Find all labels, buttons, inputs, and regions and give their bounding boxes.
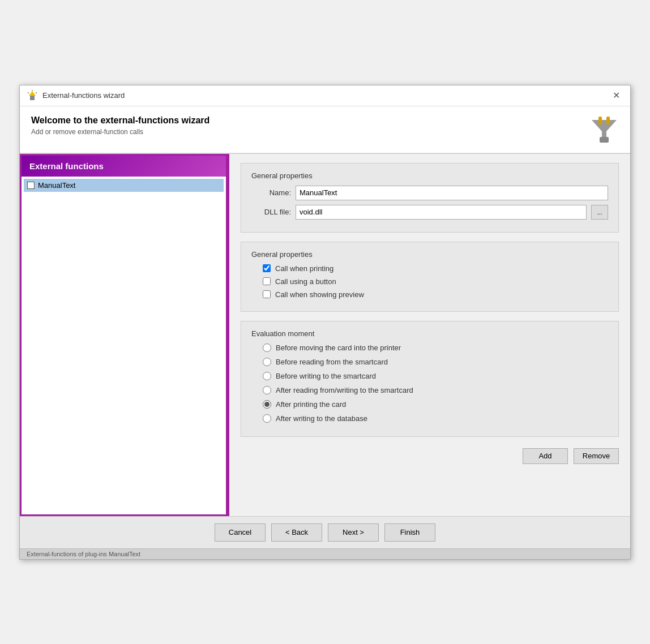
svg-rect-8 bbox=[600, 137, 609, 143]
remove-button[interactable]: Remove bbox=[574, 448, 619, 464]
svg-rect-6 bbox=[598, 117, 602, 124]
after-writing-db-label: After writing to the database bbox=[276, 414, 367, 423]
call-using-button-checkbox[interactable] bbox=[263, 277, 271, 285]
call-when-showing-preview-label: Call when showing preview bbox=[275, 290, 364, 299]
checkbox-row-3: Call when showing preview bbox=[251, 290, 608, 299]
svg-rect-0 bbox=[30, 96, 35, 100]
title-bar: External-functions wizard ✕ bbox=[20, 85, 630, 106]
call-when-showing-preview-checkbox[interactable] bbox=[263, 290, 271, 298]
title-bar-left: External-functions wizard bbox=[27, 90, 125, 101]
left-panel: External functions ManualText bbox=[20, 154, 229, 516]
radio-row-3: Before writing to the smartcard bbox=[251, 372, 608, 380]
add-button[interactable]: Add bbox=[523, 448, 568, 464]
call-when-printing-label: Call when printing bbox=[275, 264, 333, 273]
list-item[interactable]: ManualText bbox=[24, 179, 224, 192]
header-text: Welcome to the external-functions wizard… bbox=[31, 115, 209, 136]
checkbox-row-1: Call when printing bbox=[251, 264, 608, 273]
cancel-button[interactable]: Cancel bbox=[215, 523, 266, 542]
bottom-bar: External-functions of plug-ins ManualTex… bbox=[20, 548, 630, 559]
left-panel-header: External functions bbox=[22, 156, 226, 177]
before-writing-radio[interactable] bbox=[263, 372, 271, 380]
after-reading-writing-label: After reading from/writing to the smartc… bbox=[276, 386, 413, 394]
action-row: Add Remove bbox=[241, 448, 619, 464]
svg-line-4 bbox=[36, 92, 37, 93]
title-bar-text: External-functions wizard bbox=[42, 91, 125, 100]
browse-button[interactable]: ... bbox=[591, 205, 608, 220]
gp1-title: General properties bbox=[251, 171, 608, 180]
general-properties-section-2: General properties Call when printing Ca… bbox=[241, 242, 619, 312]
svg-line-3 bbox=[28, 92, 29, 93]
after-printing-radio[interactable] bbox=[263, 400, 271, 409]
call-when-printing-checkbox[interactable] bbox=[263, 264, 271, 272]
after-reading-writing-radio[interactable] bbox=[263, 386, 271, 394]
wizard-icon bbox=[27, 90, 38, 101]
header-subtitle: Add or remove external-function calls bbox=[31, 128, 209, 136]
main-content: External functions ManualText General pr… bbox=[20, 153, 630, 516]
header-title: Welcome to the external-functions wizard bbox=[31, 115, 209, 126]
bottom-bar-text: External-functions of plug-ins ManualTex… bbox=[27, 551, 140, 557]
before-moving-label: Before moving the card into the printer bbox=[276, 344, 401, 352]
after-printing-label: After printing the card bbox=[276, 400, 346, 409]
gp2-title: General properties bbox=[251, 250, 608, 259]
header-section: Welcome to the external-functions wizard… bbox=[20, 106, 630, 153]
before-reading-label: Before reading from the smartcard bbox=[276, 358, 388, 366]
before-moving-radio[interactable] bbox=[263, 344, 271, 352]
next-button[interactable]: Next > bbox=[328, 523, 379, 542]
item-label: ManualText bbox=[38, 181, 75, 190]
before-writing-label: Before writing to the smartcard bbox=[276, 372, 376, 380]
radio-row-4: After reading from/writing to the smartc… bbox=[251, 386, 608, 394]
item-checkbox[interactable] bbox=[27, 182, 35, 189]
name-label: Name: bbox=[251, 188, 291, 197]
call-using-button-label: Call using a button bbox=[275, 277, 336, 286]
general-properties-section-1: General properties Name: DLL file: ... bbox=[241, 163, 619, 233]
finish-button[interactable]: Finish bbox=[384, 523, 435, 542]
svg-marker-1 bbox=[29, 91, 36, 96]
left-panel-list: ManualText bbox=[22, 177, 226, 194]
svg-rect-7 bbox=[606, 117, 610, 124]
checkbox-row-2: Call using a button bbox=[251, 277, 608, 286]
evaluation-moment-section: Evaluation moment Before moving the card… bbox=[241, 321, 619, 437]
name-input[interactable] bbox=[296, 186, 608, 200]
back-button[interactable]: < Back bbox=[271, 523, 322, 542]
close-button[interactable]: ✕ bbox=[609, 90, 623, 101]
radio-row-6: After writing to the database bbox=[251, 414, 608, 423]
radio-row-5: After printing the card bbox=[251, 400, 608, 409]
radio-row-1: Before moving the card into the printer bbox=[251, 344, 608, 352]
main-window: External-functions wizard ✕ Welcome to t… bbox=[19, 85, 631, 560]
plug-icon bbox=[589, 115, 619, 145]
after-writing-db-radio[interactable] bbox=[263, 414, 271, 423]
before-reading-radio[interactable] bbox=[263, 358, 271, 366]
radio-row-2: Before reading from the smartcard bbox=[251, 358, 608, 366]
eval-title: Evaluation moment bbox=[251, 329, 608, 338]
footer: Cancel < Back Next > Finish bbox=[20, 516, 630, 548]
dll-input[interactable] bbox=[296, 205, 587, 220]
dll-label: DLL file: bbox=[251, 208, 291, 216]
right-panel: General properties Name: DLL file: ... G… bbox=[229, 154, 630, 516]
name-row: Name: bbox=[251, 186, 608, 200]
dll-row: DLL file: ... bbox=[251, 205, 608, 220]
